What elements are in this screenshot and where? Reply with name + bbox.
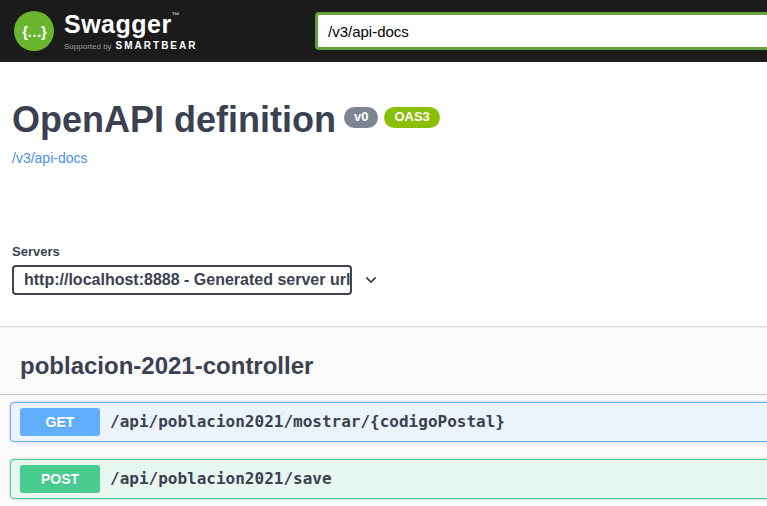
operations-section: poblacion-2021-controller GET /api/pobla…	[0, 326, 767, 503]
version-badge: v0	[344, 107, 378, 128]
scheme-container: Servers http://localhost:8888 - Generate…	[0, 224, 767, 326]
swagger-logo-link[interactable]: {…} Swagger™ Supported by SMARTBEAR	[14, 11, 197, 51]
post-method-badge: POST	[20, 465, 100, 493]
brand-text: Swagger™ Supported by SMARTBEAR	[64, 12, 197, 51]
smartbear-logo-text: SMARTBEAR	[116, 40, 198, 51]
api-docs-link[interactable]: /v3/api-docs	[12, 150, 87, 166]
tag-header[interactable]: poblacion-2021-controller	[0, 326, 767, 395]
opblock-get-summary[interactable]: GET /api/poblacion2021/mostrar/{codigoPo…	[11, 403, 767, 441]
swagger-braces-icon: {…}	[14, 11, 54, 51]
oas3-badge: OAS3	[384, 107, 439, 128]
trademark-mark: ™	[172, 11, 181, 20]
chevron-down-icon	[364, 273, 378, 287]
info-section: OpenAPI definition v0 OAS3 /v3/api-docs	[0, 62, 767, 224]
get-method-badge: GET	[20, 408, 100, 436]
tag-title: poblacion-2021-controller	[20, 352, 313, 381]
title-badges: v0 OAS3	[344, 107, 440, 128]
opblock-get: GET /api/poblacion2021/mostrar/{codigoPo…	[10, 402, 767, 442]
supported-by-line: Supported by SMARTBEAR	[64, 40, 197, 51]
supported-by-label: Supported by	[64, 42, 112, 51]
get-path: /api/poblacion2021/mostrar/{codigoPostal…	[110, 412, 505, 431]
brand-title: Swagger™	[64, 10, 180, 38]
servers-label: Servers	[12, 244, 755, 259]
opblock-post: POST /api/poblacion2021/save	[10, 459, 767, 499]
post-path: /api/poblacion2021/save	[110, 469, 332, 488]
page-title: OpenAPI definition	[12, 98, 336, 141]
opblock-post-summary[interactable]: POST /api/poblacion2021/save	[11, 460, 767, 498]
servers-select[interactable]: http://localhost:8888 - Generated server…	[12, 265, 352, 295]
servers-selected-value: http://localhost:8888 - Generated server…	[24, 271, 350, 289]
topbar: {…} Swagger™ Supported by SMARTBEAR	[0, 0, 767, 62]
explore-url-input[interactable]	[315, 12, 767, 50]
